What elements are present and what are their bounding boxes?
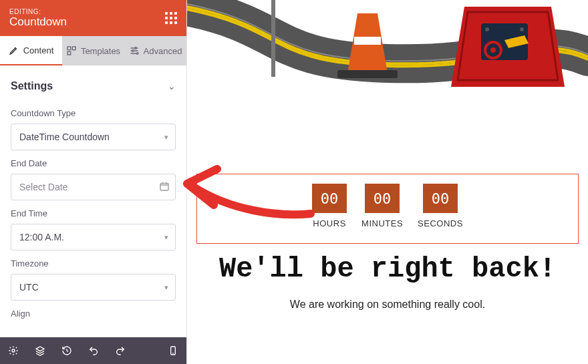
countdown-minutes-label: MINUTES [361, 218, 403, 228]
svg-rect-2 [67, 51, 71, 55]
tab-content-label: Content [23, 45, 54, 55]
tab-templates[interactable]: Templates [62, 36, 124, 65]
end-time-value: 12:00 A.M. [19, 232, 64, 242]
countdown-minutes-value: 00 [365, 184, 400, 213]
svg-point-19 [520, 27, 524, 31]
timezone-value: UTC [19, 282, 39, 293]
undo-button[interactable] [80, 337, 107, 364]
layers-icon [35, 345, 45, 356]
editor-sidebar: EDITING: Countdown Content Templates Adv… [0, 0, 187, 364]
svg-point-18 [485, 27, 489, 31]
redo-icon [115, 345, 126, 356]
history-icon [61, 345, 72, 356]
countdown-hours: 00 HOURS [312, 184, 347, 228]
preview-canvas: 00 HOURS 00 MINUTES 00 SECONDS We'll be … [187, 0, 588, 364]
road-illustration [187, 0, 588, 110]
tab-templates-label: Templates [81, 46, 120, 56]
settings-title: Settings [11, 80, 53, 92]
end-time-label: End Time [11, 208, 176, 218]
sliders-icon [129, 45, 140, 56]
redo-button[interactable] [107, 337, 134, 364]
drag-handle-icon[interactable] [165, 12, 177, 24]
countdown-type-select[interactable]: DateTime Countdown ▾ [11, 124, 176, 150]
svg-rect-9 [271, 0, 275, 77]
page-subtitle: We are working on something really cool. [187, 299, 588, 311]
countdown-type-value: DateTime Countdown [19, 132, 110, 142]
tab-advanced-label: Advanced [144, 46, 182, 56]
editing-label: EDITING: [9, 8, 67, 15]
countdown-hours-label: HOURS [313, 218, 345, 228]
svg-rect-6 [160, 183, 168, 190]
page-heading: We'll be right back! [187, 253, 588, 285]
countdown-type-label: Countdown Type [11, 108, 176, 118]
svg-point-4 [132, 50, 134, 52]
timezone-label: Timezone [11, 258, 176, 268]
editing-title: Countdown [9, 15, 67, 29]
svg-rect-12 [337, 70, 398, 78]
undo-icon [88, 345, 99, 356]
sidebar-header: EDITING: Countdown [0, 0, 186, 36]
end-time-select[interactable]: 12:00 A.M. ▾ [11, 224, 176, 250]
history-button[interactable] [53, 337, 80, 364]
countdown-minutes: 00 MINUTES [361, 184, 403, 228]
countdown-seconds-label: SECONDS [418, 218, 463, 228]
end-date-placeholder: Select Date [19, 182, 67, 192]
settings-button[interactable] [0, 337, 27, 364]
countdown-seconds-value: 00 [423, 184, 458, 213]
svg-point-5 [136, 53, 138, 55]
countdown-seconds: 00 SECONDS [418, 184, 463, 228]
gear-icon [8, 345, 19, 356]
svg-rect-0 [67, 47, 71, 50]
caret-down-icon: ▾ [164, 133, 168, 142]
countdown-widget[interactable]: 00 HOURS 00 MINUTES 00 SECONDS [196, 174, 579, 244]
svg-point-7 [12, 349, 15, 352]
svg-rect-1 [72, 47, 76, 50]
sidebar-tabs: Content Templates Advanced [0, 36, 186, 65]
calendar-icon [159, 181, 170, 194]
timezone-select[interactable]: UTC ▾ [11, 274, 176, 301]
templates-icon [66, 45, 77, 56]
caret-down-icon: ▾ [164, 283, 168, 292]
mobile-icon [168, 345, 178, 356]
sidebar-footer [0, 337, 186, 364]
countdown-hours-value: 00 [312, 184, 347, 213]
settings-section-toggle[interactable]: Settings ⌄ [11, 65, 176, 100]
svg-rect-11 [354, 37, 381, 45]
layers-button[interactable] [27, 337, 53, 364]
end-date-label: End Date [11, 158, 176, 168]
svg-point-17 [490, 47, 496, 53]
construction-sign-icon [451, 7, 565, 87]
responsive-button[interactable] [160, 337, 186, 364]
svg-point-3 [134, 47, 136, 49]
chevron-down-icon: ⌄ [168, 81, 176, 92]
end-date-input[interactable]: Select Date [11, 174, 176, 200]
tab-advanced[interactable]: Advanced [124, 36, 186, 65]
caret-down-icon: ▾ [164, 233, 168, 242]
pencil-icon [9, 45, 19, 55]
settings-panel: Settings ⌄ Countdown Type DateTime Count… [0, 65, 186, 337]
align-label: Align [11, 309, 176, 319]
tab-content[interactable]: Content [0, 36, 62, 65]
